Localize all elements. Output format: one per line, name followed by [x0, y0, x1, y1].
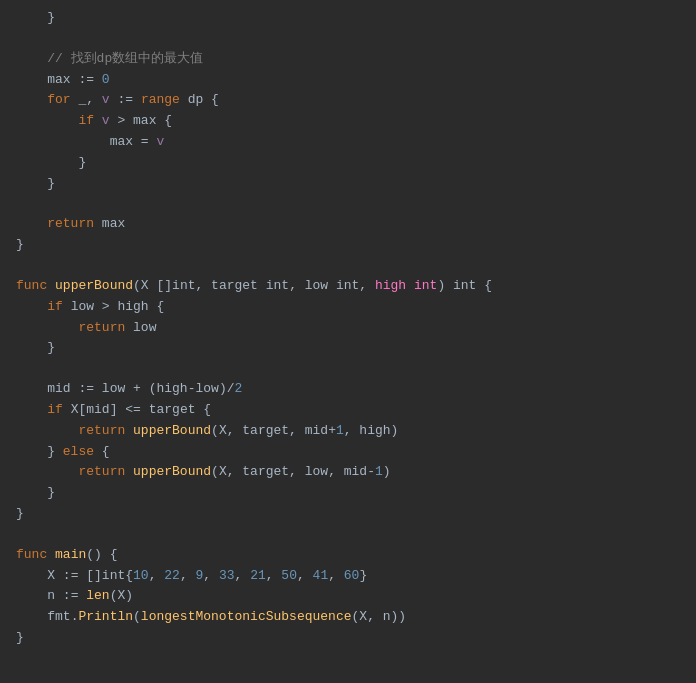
- code-line: }: [16, 483, 680, 504]
- code-line: }: [16, 235, 680, 256]
- code-line: return upperBound(X, target, low, mid-1): [16, 462, 680, 483]
- code-line: [16, 256, 680, 276]
- code-editor: } // 找到dp数组中的最大值 max := 0 for _, v := ra…: [0, 0, 696, 683]
- code-line: }: [16, 174, 680, 195]
- code-line: func main() {: [16, 545, 680, 566]
- code-line: [16, 525, 680, 545]
- code-line: // 找到dp数组中的最大值: [16, 49, 680, 70]
- code-line: [16, 29, 680, 49]
- code-line: if low > high {: [16, 297, 680, 318]
- code-line: }: [16, 8, 680, 29]
- code-line: if X[mid] <= target {: [16, 400, 680, 421]
- code-line: max := 0: [16, 70, 680, 91]
- code-line: }: [16, 628, 680, 649]
- code-line: }: [16, 338, 680, 359]
- code-line: for _, v := range dp {: [16, 90, 680, 111]
- code-line: max = v: [16, 132, 680, 153]
- code-line: n := len(X): [16, 586, 680, 607]
- code-line: } else {: [16, 442, 680, 463]
- code-line: mid := low + (high-low)/2: [16, 379, 680, 400]
- code-line: return upperBound(X, target, mid+1, high…: [16, 421, 680, 442]
- code-line: }: [16, 504, 680, 525]
- code-line: fmt.Println(longestMonotonicSubsequence(…: [16, 607, 680, 628]
- code-line: return low: [16, 318, 680, 339]
- code-line: [16, 194, 680, 214]
- code-line: X := []int{10, 22, 9, 33, 21, 50, 41, 60…: [16, 566, 680, 587]
- code-line: func upperBound(X []int, target int, low…: [16, 276, 680, 297]
- code-line: if v > max {: [16, 111, 680, 132]
- code-line: }: [16, 153, 680, 174]
- code-line: return max: [16, 214, 680, 235]
- code-line: [16, 359, 680, 379]
